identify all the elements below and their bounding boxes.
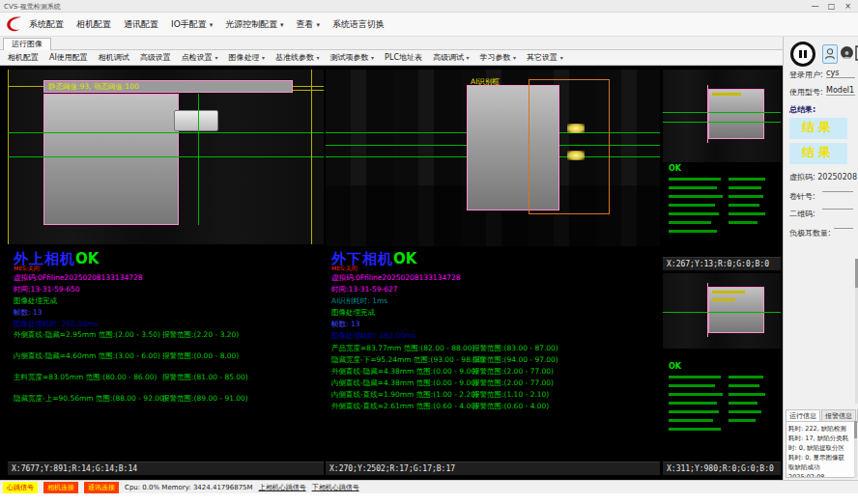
- result-badge-upper: 结果: [789, 118, 847, 139]
- overlay-text-mark: [712, 298, 735, 301]
- alarm-range: 报警范围:(94.00 - 97.00): [472, 355, 558, 365]
- tool-camera-config[interactable]: 相机配置: [8, 52, 39, 63]
- process-elapsed: 图像处理耗时: 182.00ms: [331, 331, 415, 341]
- menu-language-switch[interactable]: 系统语言切换: [332, 18, 385, 31]
- product-region: [708, 89, 764, 139]
- total-result-label: 总结果:: [789, 104, 815, 115]
- overlay-line: [707, 283, 708, 337]
- overlay-line: [707, 85, 708, 143]
- maximize-icon[interactable]: □: [823, 0, 840, 13]
- text-line: [669, 195, 723, 198]
- tool-image-processing[interactable]: 图像处理 ▾: [228, 52, 265, 63]
- measure-row: 产品宽度=83.77mm 范围:(82.00 - 88.00): [331, 344, 475, 353]
- lower-camera-image[interactable]: AI识别框: [326, 70, 660, 246]
- minimize-icon[interactable]: —: [807, 0, 823, 13]
- text-line: [729, 393, 765, 396]
- text-line: [669, 402, 717, 405]
- toolbar: 相机配置 AI使用配置 相机调试 高级设置 点检设置 ▾ 图像处理 ▾ 基准线参…: [0, 50, 858, 66]
- user-avatar-button[interactable]: [841, 46, 853, 59]
- pause-button[interactable]: [790, 42, 815, 67]
- alarm-range: 报警范围:(0.60 - 4.00): [472, 402, 549, 411]
- qr-code-label: 二维码:: [789, 209, 815, 219]
- tool-plc-address[interactable]: PLC地址表: [385, 52, 422, 63]
- camera-connect-badge: 相机连接: [43, 482, 78, 493]
- menu-io-config[interactable]: IO手配置 ▾: [171, 18, 213, 31]
- threshold-label: 静态阈值:93, 动态阈值:100: [43, 80, 293, 93]
- text-line: [669, 376, 721, 378]
- pixel-coords-readout: X:267;Y:13;R:0;G:0;B:0: [663, 257, 781, 270]
- window-title: CVS-视觉检测系统: [4, 2, 61, 12]
- measure-row: 隐藏宽度-下=95.24mm 范围:(93.00 - 98.00): [331, 355, 485, 365]
- camera-view-small-bottom[interactable]: OK X:311;Y:980;R:0;G:0;B:0: [663, 273, 781, 475]
- user-login-button[interactable]: [822, 44, 838, 64]
- run-info-log[interactable]: 耗时: 222, 缺陷检测耗时: 17, 缺陷分类耗时: 0, 缺陷提取分区耗时…: [786, 421, 855, 478]
- upper-camera-image[interactable]: 静态阈值:93, 动态阈值:100: [8, 70, 324, 244]
- login-user-label: 登录用户:: [789, 70, 823, 80]
- text-line: [729, 204, 759, 207]
- alarm-range: 报警范围:(0.00 - 8.00): [162, 351, 239, 361]
- measure-row: 内侧直线-隐藏=4.60mm 范围:(3.00 - 6.00): [14, 351, 160, 361]
- tool-test-params[interactable]: 测试项参数 ▾: [330, 52, 375, 63]
- app-logo-icon: [5, 14, 24, 34]
- process-status: 图像处理完成: [331, 308, 375, 318]
- tool-learning-params[interactable]: 学习参数 ▾: [480, 52, 517, 63]
- small-bottom-image[interactable]: [663, 273, 781, 349]
- overlay-line: [8, 156, 324, 157]
- frame-count: 帧数: 13: [331, 320, 359, 329]
- overlay-line: [311, 70, 312, 244]
- model-value[interactable]: Model1: [826, 86, 855, 96]
- model-label: 使用型号:: [789, 87, 823, 98]
- text-line: [669, 178, 721, 181]
- tab-run-image[interactable]: 运行图像: [3, 38, 51, 50]
- overlay-line: [663, 122, 781, 123]
- frame-count: 帧数: 13: [14, 308, 42, 318]
- menu-system-config[interactable]: 系统配置: [29, 18, 64, 31]
- text-line: [729, 186, 761, 189]
- tool-camera-debug[interactable]: 相机调试: [99, 52, 129, 63]
- log-scrollbar[interactable]: [854, 421, 857, 478]
- tool-advanced-settings[interactable]: 高级设置: [140, 52, 171, 63]
- highlight-spot: [567, 124, 585, 133]
- highlight-spot: [567, 151, 585, 160]
- menu-light-config[interactable]: 光源控制配置 ▾: [225, 18, 283, 31]
- overlay-line: [8, 132, 324, 133]
- qr-code-value[interactable]: [822, 209, 853, 210]
- logout-button[interactable]: [854, 44, 858, 62]
- alarm-range: 报警范围:(83.00 - 87.00): [472, 344, 558, 353]
- mes-status: MES:关闭: [331, 265, 358, 273]
- text-line: [729, 376, 763, 378]
- close-icon[interactable]: ×: [840, 0, 856, 13]
- menu-comm-config[interactable]: 通讯配置: [124, 18, 158, 31]
- tab-row: 运行图像: [0, 37, 858, 50]
- login-user-value[interactable]: cys: [826, 69, 855, 78]
- upper-camera-heartbeat: 上相机心跳信号: [259, 483, 306, 492]
- comm-connect-badge: 通讯连接: [84, 482, 119, 493]
- measure-row: 内侧直线-隐藏=4.38mm 范围:(0.00 - 9.00): [331, 378, 478, 388]
- tool-other-settings[interactable]: 其它设置 ▾: [527, 52, 563, 63]
- menu-camera-config[interactable]: 相机配置: [76, 18, 111, 31]
- camera-view-lower[interactable]: AI识别框 外下相机OK MES:关闭 虚拟码:0Ffiline20250208…: [326, 70, 660, 475]
- tool-spot-check[interactable]: 点检设置 ▾: [182, 52, 218, 63]
- title-bar: CVS-视觉检测系统 — □ ×: [0, 0, 858, 13]
- process-elapsed: 图像处理耗时: 266.00ms: [14, 320, 98, 329]
- tool-ai-config[interactable]: AI使用配置: [49, 52, 88, 63]
- virtual-code: 虚拟码:0Ffiline20250208133134728: [14, 273, 143, 283]
- camera-view-upper[interactable]: 静态阈值:93, 动态阈值:100 外上相机OK MES:关闭 虚拟码:0Ffi…: [8, 70, 324, 475]
- needle-number-value[interactable]: [822, 191, 853, 192]
- tool-advanced-debug[interactable]: 高级调试 ▾: [433, 52, 470, 63]
- text-line: [669, 410, 719, 413]
- text-line: [729, 410, 761, 413]
- menu-view[interactable]: 查看 ▾: [297, 18, 320, 31]
- process-status: 图像处理完成: [14, 296, 57, 306]
- tool-baseline-params[interactable]: 基准线参数 ▾: [275, 52, 320, 63]
- small-top-image[interactable]: [663, 70, 781, 162]
- status-bar: 心跳信号 相机连接 通讯连接 Cpu: 0.0% Memory: 3424.41…: [0, 480, 858, 493]
- neg-tab-count-value[interactable]: [834, 228, 853, 229]
- camera-view-small-top[interactable]: OK X:267;Y:13;R:0;G:0;B:0: [663, 70, 781, 270]
- measure-row: 外侧直线-隐藏=2.95mm 范围:(2.00 - 3.50): [14, 330, 160, 340]
- alarm-range: 报警范围:(2.20 - 3.20): [162, 330, 239, 340]
- app-window: CVS-视觉检测系统 — □ × 系统配置 相机配置 通讯配置 IO手配置 ▾ …: [0, 0, 858, 504]
- scrollbar-thumb[interactable]: [854, 421, 857, 438]
- text-line: [669, 230, 717, 233]
- text-line: [669, 212, 719, 215]
